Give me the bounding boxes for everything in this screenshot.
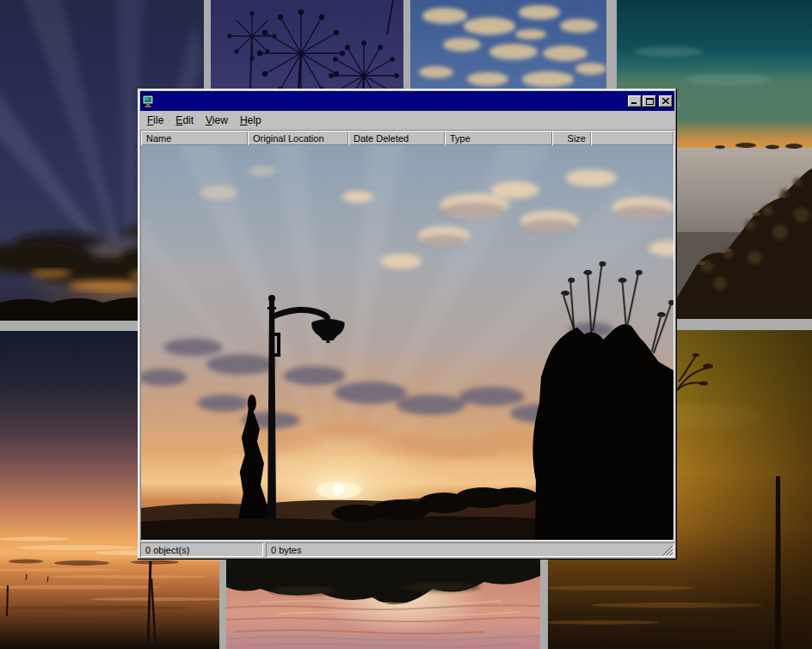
title-bar[interactable] — [140, 91, 674, 111]
column-header-filler — [591, 131, 674, 145]
list-view: Name Original Location Date Deleted Type… — [140, 130, 674, 541]
list-view-client-area[interactable] — [141, 145, 674, 540]
menu-help[interactable]: Help — [234, 112, 268, 129]
computer-monitor-icon — [142, 95, 156, 108]
menu-edit[interactable]: Edit — [169, 112, 200, 129]
desktop: { "desktop": { "gutter_color": "#abacab"… — [0, 0, 812, 649]
column-header-row: Name Original Location Date Deleted Type… — [141, 131, 674, 145]
resize-grip-icon[interactable] — [662, 545, 674, 556]
column-header-type[interactable]: Type — [445, 131, 552, 145]
menu-file[interactable]: File — [141, 112, 169, 129]
column-header-name[interactable]: Name — [141, 131, 248, 145]
status-size-text: 0 bytes — [271, 545, 301, 555]
menu-bar: File Edit View Help — [140, 111, 674, 130]
minimize-button[interactable] — [628, 95, 642, 107]
column-header-original-location[interactable]: Original Location — [248, 131, 348, 145]
close-icon — [662, 98, 669, 104]
maximize-icon — [646, 98, 654, 105]
close-button[interactable] — [659, 95, 673, 107]
status-bar: 0 object(s) 0 bytes — [140, 542, 674, 557]
recycle-bin-window: File Edit View Help Name Original Locati… — [138, 89, 677, 560]
maximize-button[interactable] — [643, 95, 656, 107]
column-header-size[interactable]: Size — [552, 131, 591, 145]
menu-view[interactable]: View — [200, 112, 234, 129]
sunset-streetlamp-photo — [141, 145, 674, 540]
column-header-date-deleted[interactable]: Date Deleted — [348, 131, 445, 145]
status-size: 0 bytes — [266, 542, 674, 557]
status-object-count: 0 object(s) — [140, 542, 263, 557]
minimize-icon — [631, 98, 638, 104]
